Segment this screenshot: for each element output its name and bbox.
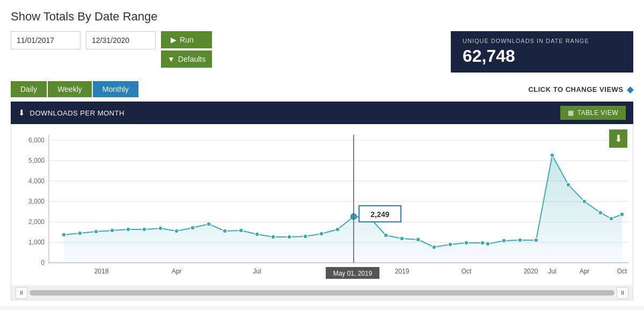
download-chart-button[interactable]: ⬇: [609, 129, 627, 148]
svg-point-32: [319, 232, 324, 236]
scrollbar[interactable]: ⏸ ⏸: [11, 285, 633, 300]
svg-point-51: [609, 217, 613, 221]
svg-point-20: [126, 227, 130, 232]
change-views-button[interactable]: CLICK TO CHANGE VIEWS ◆: [528, 84, 633, 95]
svg-point-19: [110, 228, 114, 233]
svg-text:2020: 2020: [524, 268, 538, 275]
svg-point-45: [518, 238, 522, 242]
svg-text:2,000: 2,000: [28, 218, 45, 226]
svg-text:2,249: 2,249: [370, 210, 389, 219]
svg-point-30: [287, 235, 291, 239]
svg-point-43: [486, 242, 490, 246]
svg-point-49: [582, 199, 587, 204]
tab-row: Daily Weekly Monthly CLICK TO CHANGE VIE…: [11, 81, 633, 97]
svg-text:4,000: 4,000: [28, 177, 45, 185]
svg-text:2019: 2019: [395, 268, 409, 275]
svg-text:May 01, 2019: May 01, 2019: [333, 270, 372, 277]
svg-point-17: [78, 231, 82, 235]
svg-point-22: [158, 226, 163, 230]
tab-monthly[interactable]: Monthly: [93, 81, 138, 97]
svg-point-24: [191, 226, 195, 230]
end-date-input[interactable]: [86, 31, 156, 49]
table-view-button[interactable]: ▦ TABLE VIEW: [560, 106, 626, 120]
svg-point-46: [534, 238, 538, 242]
diamond-icon: ◆: [627, 84, 634, 95]
svg-point-16: [62, 233, 66, 237]
stats-box: UNIQUE DOWNLOADS IN DATE RANGE 62,748: [451, 31, 633, 73]
svg-point-42: [480, 241, 485, 245]
run-icon: ▶: [171, 35, 177, 44]
svg-point-52: [620, 212, 624, 217]
chart-title: ⬇ DOWNLOADS PER MONTH: [18, 108, 125, 118]
run-button[interactable]: ▶ Run: [161, 31, 212, 48]
svg-point-29: [271, 235, 275, 239]
svg-point-25: [207, 222, 211, 226]
svg-point-36: [384, 233, 388, 237]
svg-text:2018: 2018: [94, 268, 109, 275]
svg-point-37: [400, 236, 404, 241]
svg-text:6,000: 6,000: [28, 136, 45, 144]
svg-text:1,000: 1,000: [28, 239, 45, 246]
scrollbar-thumb[interactable]: [30, 290, 614, 295]
tab-daily[interactable]: Daily: [11, 81, 47, 97]
svg-point-26: [223, 229, 227, 233]
download-icon: ⬇: [614, 133, 623, 145]
svg-text:Jul: Jul: [253, 268, 261, 275]
scroll-pause-left[interactable]: ⏸: [16, 287, 27, 299]
stats-label: UNIQUE DOWNLOADS IN DATE RANGE: [463, 38, 621, 44]
svg-text:Oct: Oct: [462, 268, 472, 275]
stats-value: 62,748: [463, 46, 621, 66]
svg-text:Apr: Apr: [580, 268, 590, 275]
tab-weekly[interactable]: Weekly: [48, 81, 92, 97]
svg-point-40: [448, 242, 452, 247]
scrollbar-track[interactable]: [30, 290, 614, 295]
svg-point-33: [335, 227, 340, 232]
scroll-pause-right[interactable]: ⏸: [617, 287, 628, 299]
pause-left-icon: ⏸: [19, 290, 24, 295]
chevron-down-icon: ▼: [167, 55, 175, 63]
svg-point-44: [502, 239, 506, 243]
svg-point-39: [432, 245, 436, 249]
svg-point-41: [464, 241, 469, 245]
svg-point-21: [142, 227, 147, 232]
chart-area-fill: [64, 155, 622, 263]
line-chart: 6,000 5,000 4,000 3,000 2,000 1,000 0: [17, 129, 639, 285]
svg-text:Oct: Oct: [617, 268, 627, 275]
top-controls: ▶ Run ▼ Defaults UNIQUE DOWNLOADS IN DAT…: [11, 31, 633, 73]
svg-text:0: 0: [41, 259, 45, 266]
svg-text:3,000: 3,000: [28, 198, 45, 205]
table-icon: ▦: [568, 109, 574, 117]
svg-point-18: [94, 229, 98, 234]
page-title: Show Totals By Date Range: [11, 10, 633, 24]
svg-point-48: [566, 183, 570, 187]
svg-point-28: [255, 232, 259, 236]
defaults-button[interactable]: ▼ Defaults: [161, 51, 212, 68]
pause-right-icon: ⏸: [620, 290, 625, 295]
start-date-input[interactable]: [11, 31, 80, 49]
chart-header: ⬇ DOWNLOADS PER MONTH ▦ TABLE VIEW: [11, 102, 633, 124]
svg-point-47: [550, 153, 554, 157]
chart-area: ⬇ 6,000 5,000 4,000 3,000 2,000 1,000 0: [11, 124, 633, 285]
svg-point-50: [598, 211, 603, 215]
download-chart-icon: ⬇: [18, 108, 26, 118]
svg-text:Jul: Jul: [548, 268, 556, 275]
svg-point-31: [303, 234, 308, 239]
svg-point-23: [174, 229, 179, 233]
action-buttons: ▶ Run ▼ Defaults: [161, 31, 212, 68]
svg-point-27: [239, 228, 243, 233]
svg-point-38: [416, 237, 420, 242]
svg-text:5,000: 5,000: [28, 157, 45, 164]
svg-text:Apr: Apr: [172, 268, 182, 275]
